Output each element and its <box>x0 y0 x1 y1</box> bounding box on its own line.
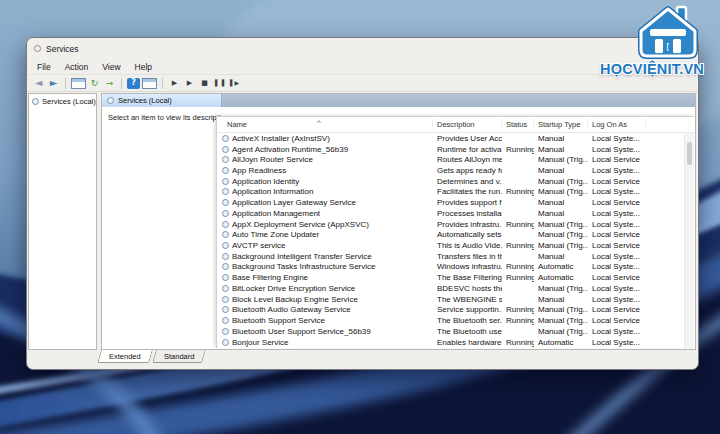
cell-status: Running <box>502 316 534 325</box>
column-header-startup-type[interactable]: Startup Type <box>534 119 588 130</box>
service-gear-icon <box>222 231 229 238</box>
table-row[interactable]: AVCTP service This is Audio Vide... Runn… <box>217 240 685 251</box>
cell-description: Service supportin... <box>433 305 502 314</box>
table-row[interactable]: AppX Deployment Service (AppXSVC) Provid… <box>217 219 685 230</box>
service-gear-icon <box>222 221 229 228</box>
table-row[interactable]: AllJoyn Router Service Routes AllJoyn me… <box>217 154 685 165</box>
table-row[interactable]: Application Information Facilitates the … <box>217 187 685 198</box>
cell-status: Running <box>502 305 534 314</box>
table-row[interactable]: Base Filtering Engine The Base Filtering… <box>217 272 685 283</box>
cell-log-on-as: Local Syste... <box>588 220 646 229</box>
table-row[interactable]: Agent Activation Runtime_56b39 Runtime f… <box>217 144 685 155</box>
cell-description: BDESVC hosts the ... <box>433 284 502 293</box>
cell-name: BitLocker Drive Encryption Service <box>217 284 433 293</box>
column-header-log-on-as[interactable]: Log On As <box>588 119 646 130</box>
table-row[interactable]: Bonjour Service Enables hardware ... Run… <box>217 337 685 348</box>
table-row[interactable]: Bluetooth User Support Service_56b39 The… <box>217 326 685 337</box>
column-header-description[interactable]: Description <box>433 119 502 130</box>
show-console-tree-icon[interactable] <box>71 78 86 89</box>
menu-item-help[interactable]: Help <box>128 62 159 72</box>
services-pane: Services (Local) Select an item to view … <box>101 93 696 350</box>
cell-log-on-as: Local Service <box>588 198 646 207</box>
cell-name: Bluetooth User Support Service_56b39 <box>217 327 433 336</box>
forward-icon[interactable]: ► <box>47 77 60 90</box>
back-icon[interactable]: ◄ <box>32 77 45 90</box>
cell-startup-type: Manual <box>534 145 588 154</box>
services-node-icon <box>32 98 39 105</box>
table-row[interactable]: Application Management Processes install… <box>217 208 685 219</box>
cell-name: Application Management <box>217 209 433 218</box>
cell-log-on-as: Local Syste... <box>588 145 646 154</box>
banner-services-icon <box>107 97 114 104</box>
cell-status: Running <box>502 220 534 229</box>
start-service-icon[interactable]: ▶ <box>168 77 181 90</box>
cell-startup-type: Manual (Trig... <box>534 316 588 325</box>
banner-selected-item[interactable]: Services (Local) <box>102 94 222 107</box>
cell-status: Running <box>502 187 534 196</box>
cell-description: Transfers files in th... <box>433 252 502 261</box>
pause-service-icon[interactable]: ▌▐ <box>213 77 226 90</box>
service-gear-icon <box>222 253 229 260</box>
cell-description: Automatically sets... <box>433 230 502 239</box>
cell-startup-type: Manual (Trig... <box>534 155 588 164</box>
table-row[interactable]: Bluetooth Audio Gateway Service Service … <box>217 305 685 316</box>
list-header-row: Name^DescriptionStatusStartup TypeLog On… <box>217 117 694 133</box>
tree-item-services-local[interactable]: Services (Local) <box>29 96 96 107</box>
services-app-icon <box>34 45 41 52</box>
table-row[interactable]: Capability Access Manager Service Provid… <box>217 347 685 348</box>
cell-status: Running <box>502 262 534 271</box>
table-row[interactable]: Block Level Backup Engine Service The WB… <box>217 294 685 305</box>
export-list-icon[interactable]: → <box>103 77 116 90</box>
table-row[interactable]: App Readiness Gets apps ready fo... Manu… <box>217 165 685 176</box>
table-row[interactable]: Background Tasks Infrastructure Service … <box>217 262 685 273</box>
tab-extended[interactable]: Extended <box>97 350 152 363</box>
menu-item-file[interactable]: File <box>30 62 58 72</box>
table-row[interactable]: Bluetooth Support Service The Bluetooth … <box>217 315 685 326</box>
cell-log-on-as: Local Syste... <box>588 166 646 175</box>
cell-log-on-as: Local Service <box>588 305 646 314</box>
table-row[interactable]: Application Layer Gateway Service Provid… <box>217 197 685 208</box>
cell-name: AVCTP service <box>217 241 433 250</box>
cell-name: Block Level Backup Engine Service <box>217 295 433 304</box>
show-action-pane-icon[interactable] <box>142 78 157 89</box>
column-header-status[interactable]: Status <box>502 119 534 130</box>
table-row[interactable]: ActiveX Installer (AxInstSV) Provides Us… <box>217 133 685 144</box>
cell-log-on-as: Local Syste... <box>588 284 646 293</box>
cell-description: The Bluetooth ser... <box>433 316 502 325</box>
scrollbar-thumb[interactable] <box>687 142 692 165</box>
stop-service-icon[interactable]: ■ <box>198 77 211 90</box>
cell-startup-type: Automatic <box>534 273 588 282</box>
help-icon[interactable]: ? <box>127 78 140 89</box>
vertical-scrollbar[interactable] <box>684 133 694 348</box>
table-row[interactable]: BitLocker Drive Encryption Service BDESV… <box>217 283 685 294</box>
cell-description: This is Audio Vide... <box>433 241 502 250</box>
tab-standard[interactable]: Standard <box>152 350 206 363</box>
cell-status: Running <box>502 338 534 347</box>
resume-service-icon[interactable]: ▶ <box>183 77 196 90</box>
refresh-icon[interactable]: ↻ <box>88 77 101 90</box>
cell-startup-type: Manual (Trig... <box>534 187 588 196</box>
cell-description: Provides support f... <box>433 198 502 207</box>
watermark-text: HỌCVIỆNIT.VN <box>584 61 720 77</box>
cell-log-on-as: Local Syste... <box>588 134 646 143</box>
cell-startup-type: Manual <box>534 198 588 207</box>
cell-name: Agent Activation Runtime_56b39 <box>217 145 433 154</box>
restart-service-icon[interactable]: ▌▶ <box>228 77 241 90</box>
column-header-name[interactable]: Name^ <box>217 119 433 130</box>
cell-status: Running <box>502 145 534 154</box>
table-row[interactable]: Background Intelligent Transfer Service … <box>217 251 685 262</box>
menu-item-action[interactable]: Action <box>58 62 96 72</box>
cell-log-on-as: Local Service <box>588 177 646 186</box>
cell-name: Background Intelligent Transfer Service <box>217 252 433 261</box>
service-gear-icon <box>222 306 229 313</box>
service-gear-icon <box>222 210 229 217</box>
cell-startup-type: Manual (Trig... <box>534 241 588 250</box>
menu-item-view[interactable]: View <box>95 62 127 72</box>
table-row[interactable]: Auto Time Zone Updater Automatically set… <box>217 229 685 240</box>
pane-banner: Services (Local) <box>102 94 695 107</box>
cell-startup-type: Manual (Trig... <box>534 284 588 293</box>
cell-name: ActiveX Installer (AxInstSV) <box>217 134 433 143</box>
cell-log-on-as: Local Service <box>588 155 646 164</box>
logo-bracket-mark: [ <box>666 42 670 52</box>
table-row[interactable]: Application Identity Determines and v...… <box>217 176 685 187</box>
